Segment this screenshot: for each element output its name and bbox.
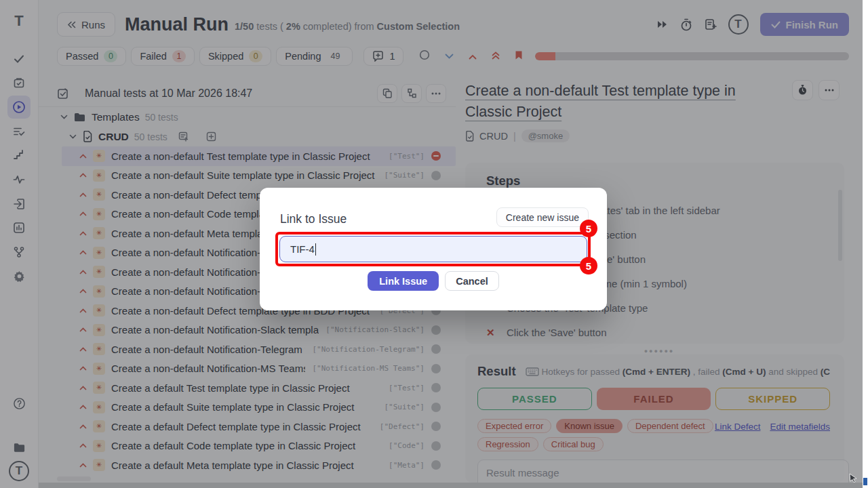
- cancel-button[interactable]: Cancel: [445, 271, 499, 291]
- link-issue-button[interactable]: Link Issue: [368, 271, 439, 291]
- annotation-highlight-box: [275, 232, 591, 266]
- modal-title: Link to Issue: [280, 212, 347, 226]
- mouse-cursor: [849, 473, 858, 483]
- annotation-badge-5-top: 5: [580, 220, 597, 237]
- browser-scrollbar-gutter[interactable]: [863, 0, 868, 488]
- annotation-badge-5-bottom: 5: [580, 257, 597, 274]
- scrollbar-marker: [863, 478, 867, 485]
- create-new-issue-button[interactable]: Create new issue: [496, 207, 589, 227]
